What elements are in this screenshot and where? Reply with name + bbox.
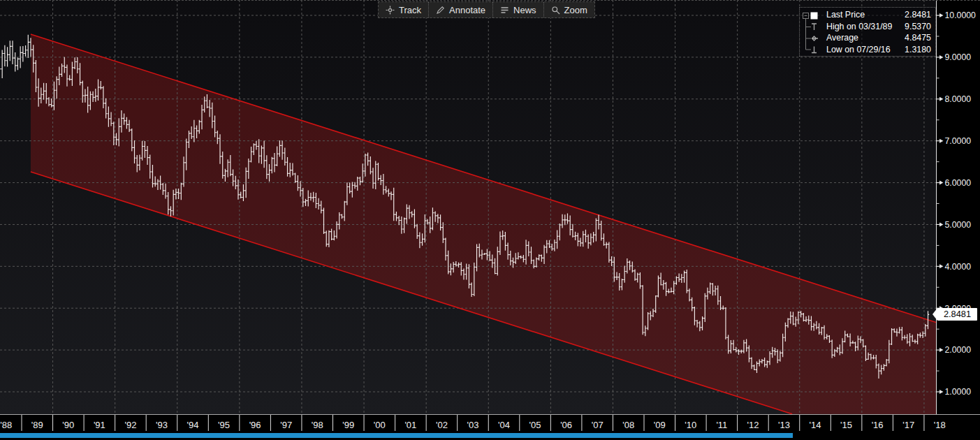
legend-item-average[interactable]: Average 4.8475 — [826, 32, 931, 44]
timeline-scrollbar[interactable] — [0, 433, 793, 438]
x-axis-year-label: '18 — [934, 420, 946, 430]
x-axis-year-label: '11 — [716, 420, 727, 430]
x-axis-year-label: '88 — [0, 420, 12, 430]
x-axis-year-label: '08 — [622, 420, 634, 430]
y-tick-arrow-icon — [939, 222, 944, 226]
x-axis-year-label: '17 — [902, 420, 914, 430]
legend-value: 9.5370 — [905, 22, 931, 31]
y-axis-label: 4.0000 — [945, 262, 972, 272]
last-price-tag: 2.8481 — [937, 308, 977, 321]
chart-legend[interactable]: Last Price 2.8481 High on 03/31/89 9.537… — [799, 7, 936, 57]
x-axis-year-label: '07 — [592, 420, 604, 430]
track-button[interactable]: Track — [379, 2, 428, 17]
zoom-button[interactable]: Zoom — [543, 2, 594, 17]
y-tick-arrow-icon — [939, 139, 944, 143]
bloomberg-chart-window: 10.00009.00008.00007.00006.00005.00004.0… — [0, 0, 980, 440]
x-axis-year-label: '96 — [249, 420, 261, 430]
x-axis-year-label: '92 — [124, 420, 136, 430]
y-tick-arrow-icon — [939, 55, 944, 59]
legend-label: Last Price — [826, 10, 865, 20]
y-tick-arrow-icon — [939, 390, 944, 394]
y-axis-label: 8.0000 — [945, 94, 972, 104]
x-axis-year-label: '09 — [654, 420, 666, 430]
low-marker-icon — [812, 47, 817, 53]
x-axis-year-label: '04 — [498, 420, 510, 430]
annotate-icon — [436, 6, 445, 15]
y-tick-arrow-icon — [939, 264, 944, 268]
x-axis-year-label: '89 — [31, 420, 43, 430]
legend-label: Average — [826, 33, 858, 43]
x-axis-year-label: '05 — [529, 420, 541, 430]
x-axis-year-label: '94 — [187, 420, 199, 430]
y-axis-label: 7.0000 — [945, 136, 972, 146]
x-axis-year-label: '00 — [374, 420, 386, 430]
zoom-icon — [551, 6, 560, 15]
chart-toolbar: Track Annotate News Zoom — [378, 1, 595, 18]
annotate-button[interactable]: Annotate — [428, 2, 492, 17]
x-axis-year-label: '02 — [436, 420, 448, 430]
x-axis-year-label: '16 — [872, 420, 884, 430]
news-button[interactable]: News — [492, 2, 543, 17]
legend-item-last-price[interactable]: Last Price 2.8481 — [826, 9, 931, 21]
x-axis-year-label: '91 — [94, 420, 105, 430]
x-axis-year-label: '95 — [218, 420, 230, 430]
x-axis-year-label: '10 — [685, 420, 696, 430]
track-icon — [386, 6, 395, 15]
high-marker-icon — [812, 24, 817, 30]
x-axis-year-label: '97 — [280, 420, 292, 430]
legend-tree — [802, 9, 826, 55]
news-button-label: News — [513, 5, 536, 15]
legend-rows: Last Price 2.8481 High on 03/31/89 9.537… — [826, 9, 931, 55]
x-axis-year-label: '90 — [62, 420, 74, 430]
x-axis-year-label: '12 — [747, 420, 759, 430]
news-icon — [500, 6, 509, 15]
x-axis[interactable]: '88'89'90'91'92'93'94'95'96'97'98'99'00'… — [0, 415, 980, 432]
x-axis-year-label: '99 — [342, 420, 354, 430]
x-axis-year-label: '03 — [467, 420, 478, 430]
x-axis-year-label: '93 — [156, 420, 168, 430]
x-axis-year-label: '06 — [560, 420, 572, 430]
annotate-button-label: Annotate — [449, 5, 485, 15]
y-tick-arrow-icon — [939, 348, 944, 352]
y-tick-arrow-icon — [939, 13, 944, 17]
y-axis-label: 2.0000 — [945, 345, 972, 355]
legend-value: 1.3180 — [905, 45, 931, 54]
legend-item-low[interactable]: Low on 07/29/16 1.3180 — [826, 44, 931, 56]
y-axis-label: 1.0000 — [945, 387, 972, 397]
legend-value: 2.8481 — [905, 10, 931, 20]
legend-label: Low on 07/29/16 — [826, 45, 891, 54]
y-axis[interactable]: 10.00009.00008.00007.00006.00005.00004.0… — [936, 0, 976, 414]
y-axis-label: 10.0000 — [945, 10, 977, 20]
average-marker-icon — [812, 36, 818, 41]
legend-value: 4.8475 — [905, 33, 931, 43]
last-price-swatch — [811, 13, 818, 20]
x-axis-year-label: '15 — [840, 420, 852, 430]
y-tick-arrow-icon — [939, 181, 944, 185]
x-axis-year-label: '13 — [778, 420, 790, 430]
legend-item-high[interactable]: High on 03/31/89 9.5370 — [826, 21, 931, 33]
y-axis-label: 6.0000 — [945, 178, 972, 188]
y-tick-arrow-icon — [939, 97, 944, 101]
x-axis-year-label: '01 — [404, 420, 416, 430]
x-axis-year-label: '98 — [312, 420, 323, 430]
track-button-label: Track — [399, 5, 421, 15]
x-axis-year-label: '14 — [810, 420, 821, 430]
price-chart-canvas[interactable]: 10.00009.00008.00007.00006.00005.00004.0… — [0, 0, 980, 440]
y-axis-label: 9.0000 — [945, 52, 972, 62]
y-axis-label: 5.0000 — [945, 220, 972, 230]
legend-label: High on 03/31/89 — [826, 22, 892, 31]
zoom-button-label: Zoom — [564, 5, 587, 15]
